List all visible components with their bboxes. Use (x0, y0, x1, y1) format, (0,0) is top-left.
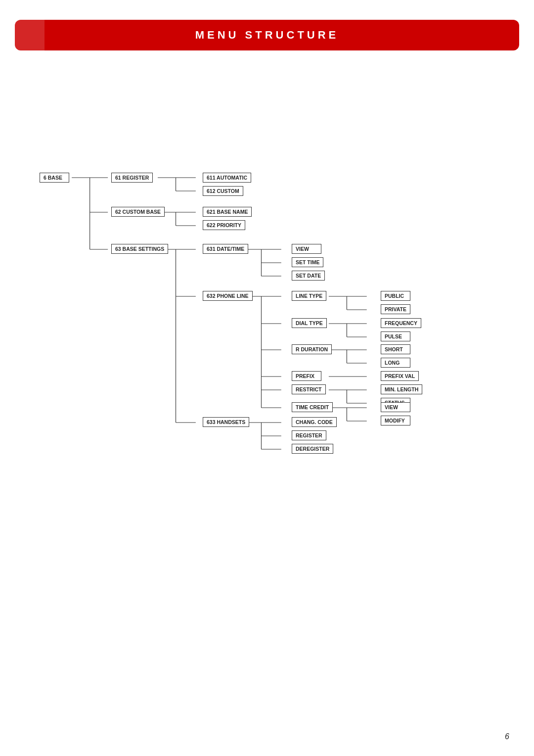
tree: 6 BASE 61 REGISTER 62 CUSTOM BASE 63 BAS… (25, 75, 509, 481)
node-linetype: LINE TYPE (292, 291, 326, 301)
node-register: REGISTER (292, 430, 326, 440)
node-63basesettings: 63 BASE SETTINGS (111, 244, 168, 254)
page-number: 6 (505, 732, 509, 741)
node-public: PUBLIC (381, 291, 410, 301)
node-prefixval: PREFIX VAL (381, 371, 419, 381)
node-6base: 6 BASE (40, 173, 69, 183)
node-dialtype: DIAL TYPE (292, 318, 327, 328)
node-frequency: FREQUENCY (381, 318, 421, 328)
node-621basename: 621 BASE NAME (203, 207, 252, 217)
node-restrict: RESTRICT (292, 384, 326, 394)
node-view: VIEW (292, 244, 321, 254)
tree-lines (25, 75, 509, 481)
node-long: LONG (381, 358, 410, 368)
node-632phoneline: 632 PHONE LINE (203, 291, 253, 301)
header-banner: MENU STRUCTURE (15, 20, 519, 50)
node-rduration: R DURATION (292, 344, 332, 354)
node-settime: SET TIME (292, 257, 323, 267)
node-62custombase: 62 CUSTOM BASE (111, 207, 165, 217)
page-container: MENU STRUCTURE (0, 0, 534, 756)
node-633handsets: 633 HANDSETS (203, 417, 249, 427)
node-tcview: VIEW (381, 402, 410, 412)
node-prefix: PREFIX (292, 371, 321, 381)
node-modify: MODIFY (381, 416, 410, 425)
node-612custom: 612 CUSTOM (203, 186, 243, 196)
node-private: PRIVATE (381, 304, 410, 314)
node-631datetime: 631 DATE/TIME (203, 244, 248, 254)
node-611automatic: 611 AUTOMATIC (203, 173, 251, 183)
node-61register: 61 REGISTER (111, 173, 153, 183)
node-pulse: PULSE (381, 331, 410, 341)
node-622priority: 622 PRIORITY (203, 220, 245, 230)
tree-container: 6 BASE 61 REGISTER 62 CUSTOM BASE 63 BAS… (15, 70, 519, 486)
node-changcode: CHANG. CODE (292, 417, 337, 427)
node-deregister: DEREGISTER (292, 444, 333, 454)
node-timecredit: TIME CREDIT (292, 402, 333, 412)
node-minlength: MIN. LENGTH (381, 384, 422, 394)
node-short: SHORT (381, 344, 410, 354)
node-setdate: SET DATE (292, 271, 325, 281)
header-title: MENU STRUCTURE (195, 29, 339, 41)
